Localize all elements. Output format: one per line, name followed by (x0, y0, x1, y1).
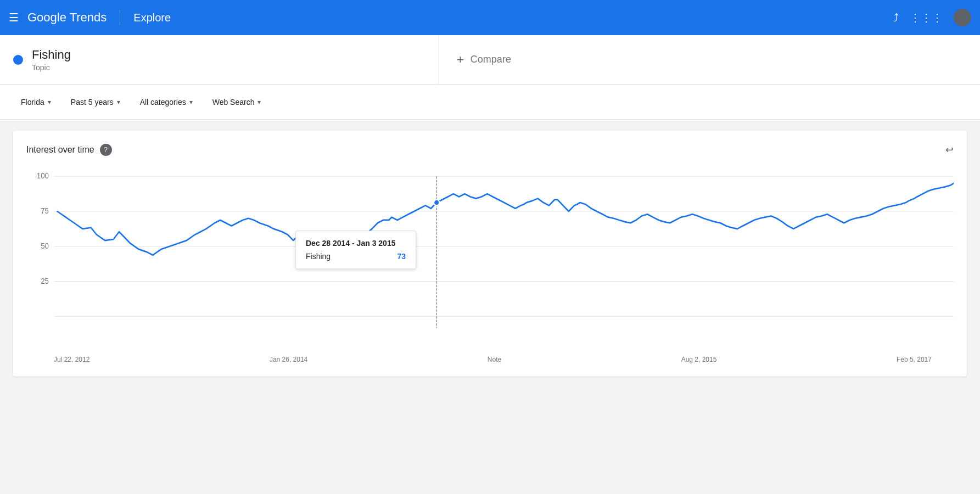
chart-container: 100 75 50 25 Dec 28 2014 - Jan 3 2015 Fi… (26, 165, 954, 351)
grid-icon[interactable]: ⋮⋮⋮ (910, 11, 943, 24)
search-area: Fishing Topic + Compare (0, 35, 980, 85)
x-label-3: Aug 2, 2015 (681, 356, 717, 363)
svg-text:100: 100 (37, 172, 49, 180)
compare-label: Compare (471, 54, 511, 65)
x-label-1: Jul 22, 2012 (54, 356, 89, 363)
x-label-note: Note (488, 356, 501, 363)
svg-text:75: 75 (41, 207, 49, 215)
chart-share-icon[interactable]: ↩ (945, 144, 954, 156)
time-chevron-icon: ▾ (117, 98, 120, 106)
search-type-filter-label: Web Search (212, 98, 255, 106)
category-filter-label: All categories (140, 98, 186, 106)
region-chevron-icon: ▾ (48, 98, 51, 106)
term-dot (13, 55, 23, 65)
header-icons: ⤴ ⋮⋮⋮ (893, 9, 971, 26)
term-name: Fishing (32, 48, 71, 62)
time-filter-label: Past 5 years (71, 98, 114, 106)
chart-svg: 100 75 50 25 (26, 165, 954, 351)
x-label-2: Jan 26, 2014 (270, 356, 307, 363)
time-filter[interactable]: Past 5 years ▾ (63, 93, 128, 111)
chart-title: Interest over time (26, 145, 94, 155)
search-type-chevron-icon: ▾ (257, 98, 261, 106)
x-label-4: Feb 5, 2017 (897, 356, 932, 363)
avatar[interactable] (954, 9, 971, 26)
svg-text:25: 25 (41, 277, 49, 285)
x-axis-labels: Jul 22, 2012 Jan 26, 2014 Note Aug 2, 20… (26, 351, 954, 363)
chart-card: Interest over time ? ↩ 100 75 50 25 (13, 131, 967, 377)
region-filter[interactable]: Florida ▾ (13, 93, 59, 111)
compare-box[interactable]: + Compare (439, 35, 980, 84)
svg-point-10 (434, 200, 439, 206)
filters-bar: Florida ▾ Past 5 years ▾ All categories … (0, 85, 980, 120)
page-title: Explore (133, 12, 171, 24)
region-filter-label: Florida (21, 98, 44, 106)
header-divider (120, 9, 120, 26)
category-chevron-icon: ▾ (189, 98, 193, 106)
svg-text:50: 50 (41, 242, 49, 250)
search-type-filter[interactable]: Web Search ▾ (205, 93, 269, 111)
menu-icon[interactable]: ☰ (9, 11, 19, 24)
term-type: Topic (32, 63, 71, 72)
app-logo: Google Trends (27, 10, 107, 25)
share-icon[interactable]: ⤴ (893, 12, 899, 24)
header: ☰ Google Trends Explore ⤴ ⋮⋮⋮ (0, 0, 980, 35)
help-icon[interactable]: ? (100, 144, 112, 156)
search-term-box: Fishing Topic (0, 35, 439, 84)
chart-section: Interest over time ? ↩ 100 75 50 25 (0, 120, 980, 388)
compare-plus-icon: + (457, 53, 464, 67)
category-filter[interactable]: All categories ▾ (132, 93, 200, 111)
term-info: Fishing Topic (32, 48, 71, 72)
chart-header: Interest over time ? ↩ (26, 144, 954, 156)
